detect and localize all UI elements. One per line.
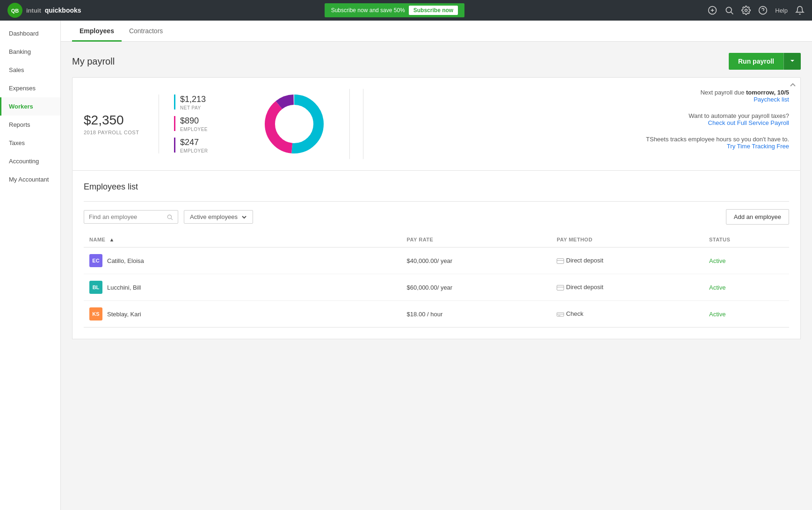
employee-status: Active [703, 301, 789, 328]
add-employee-button[interactable]: Add an employee [726, 209, 789, 225]
sidebar-item-workers[interactable]: Workers [0, 97, 60, 116]
avatar: KS [89, 307, 102, 321]
next-payroll-row: Next payroll due tomorrow, 10/5 Paycheck… [382, 89, 789, 103]
net-pay-bar [174, 95, 175, 109]
net-pay-amount: $1,213 [180, 95, 206, 104]
svg-point-7 [745, 9, 747, 12]
sidebar-item-expenses[interactable]: Expenses [0, 79, 60, 97]
notifications-icon[interactable] [795, 6, 805, 15]
add-icon[interactable] [708, 6, 717, 15]
employee-bar [174, 116, 175, 131]
col-header-name[interactable]: NAME ▲ [84, 232, 401, 248]
sidebar-item-reports[interactable]: Reports [0, 116, 60, 134]
employee-pay-rate: $40,000.00/ year [401, 248, 551, 274]
breakdown-employee: $890 EMPLOYEE [174, 116, 228, 132]
svg-line-6 [731, 12, 733, 15]
breakdown-net-pay: $1,213 NET PAY [174, 95, 228, 110]
paycheck-list-link[interactable]: Paycheck list [382, 96, 789, 103]
employees-list-section: Employees list Active employ [72, 171, 801, 339]
employee-name-cell: EC Catillo, Eloisa [84, 248, 401, 274]
donut-svg [261, 91, 327, 157]
employee-label: EMPLOYEE [180, 127, 208, 132]
logo[interactable]: QB intuit quickbooks [7, 3, 81, 18]
search-input[interactable] [89, 213, 164, 220]
tsheets-text: TSheets tracks employee hours so you don… [382, 136, 789, 143]
employee-name-cell: KS Steblay, Kari [84, 301, 401, 328]
employee-status: Active [703, 274, 789, 301]
logo-text: intuit [26, 7, 41, 14]
collapse-card-button[interactable] [789, 81, 797, 91]
employee-name: Steblay, Kari [107, 311, 141, 318]
payroll-card: $2,350 2018 PAYROLL COST $1,213 NET PAY [72, 77, 801, 171]
payroll-cost-label: 2018 PAYROLL COST [84, 130, 159, 135]
top-navigation: QB intuit quickbooks Subscribe now and s… [0, 0, 812, 21]
employer-amount: $247 [180, 138, 208, 147]
tab-bar: Employees Contractors [61, 21, 812, 42]
payroll-header: My payroll Run payroll [72, 53, 801, 70]
sidebar-item-dashboard[interactable]: Dashboard [0, 24, 60, 43]
table-row[interactable]: BL Lucchini, Bill $60,000.00/ yearDirect… [84, 274, 789, 301]
payroll-breakdown: $1,213 NET PAY $890 EMPLOYEE [159, 95, 243, 153]
employee-pay-rate: $60,000.00/ year [401, 274, 551, 301]
employee-pay-rate: $18.00 / hour [401, 301, 551, 328]
tab-employees[interactable]: Employees [72, 21, 122, 42]
search-icon[interactable] [725, 6, 734, 15]
next-due-text: Next payroll due tomorrow, 10/5 [382, 89, 789, 96]
payroll-cost-amount: $2,350 [84, 113, 159, 128]
sidebar-item-my-accountant[interactable]: My Accountant [0, 170, 60, 189]
topnav-right-icons: Help [708, 6, 805, 15]
direct-deposit-icon [557, 284, 564, 291]
section-divider [84, 201, 789, 202]
sidebar: Dashboard Banking Sales Expenses Workers… [0, 21, 61, 510]
payroll-cost-section: $2,350 2018 PAYROLL COST [84, 113, 159, 135]
help-text[interactable]: Help [775, 7, 788, 14]
automate-text: Want to automate your payroll taxes? [382, 112, 789, 119]
sidebar-item-accounting[interactable]: Accounting [0, 152, 60, 170]
full-service-payroll-link[interactable]: Check out Full Service Payroll [382, 119, 789, 126]
help-icon[interactable] [758, 6, 768, 15]
check-icon [557, 311, 564, 318]
employer-bar [174, 138, 175, 153]
run-payroll-button[interactable]: Run payroll [729, 53, 783, 70]
tsheets-row: TSheets tracks employee hours so you don… [382, 136, 789, 150]
vertical-divider [349, 89, 350, 159]
chevron-up-icon [789, 81, 797, 89]
tab-contractors[interactable]: Contractors [122, 21, 170, 42]
net-pay-label: NET PAY [180, 105, 206, 110]
svg-rect-16 [557, 258, 564, 263]
employee-pay-method: Check [551, 301, 703, 328]
search-icon [167, 214, 173, 220]
sidebar-item-banking[interactable]: Banking [0, 43, 60, 61]
main-content: Employees Contractors My payroll Run pay… [61, 21, 812, 510]
svg-point-14 [167, 215, 171, 219]
chevron-down-icon [241, 214, 247, 220]
col-header-status: STATUS [703, 232, 789, 248]
subscribe-banner-area: Subscribe now and save 50% Subscribe now [81, 3, 708, 17]
run-payroll-button-group: Run payroll [729, 53, 801, 70]
avatar: BL [89, 281, 102, 294]
subscribe-now-button[interactable]: Subscribe now [409, 6, 458, 15]
filter-dropdown[interactable]: Active employees [184, 210, 253, 224]
employees-table: NAME ▲ PAY RATE PAY METHOD [84, 232, 789, 328]
svg-line-15 [171, 218, 173, 219]
run-payroll-dropdown-button[interactable] [783, 53, 801, 70]
col-header-pay-method: PAY METHOD [551, 232, 703, 248]
svg-text:QB: QB [11, 8, 19, 14]
subscribe-text: Subscribe now and save 50% [331, 7, 405, 14]
toolbar-left: Active employees [84, 210, 253, 224]
time-tracking-link[interactable]: Try Time Tracking Free [382, 143, 789, 150]
sidebar-item-sales[interactable]: Sales [0, 61, 60, 79]
search-box [84, 210, 178, 224]
payroll-info-panel: Next payroll due tomorrow, 10/5 Paycheck… [363, 89, 789, 159]
employee-status: Active [703, 248, 789, 274]
page-content: My payroll Run payroll $2,350 2 [61, 42, 812, 350]
employee-pay-method: Direct deposit [551, 274, 703, 301]
settings-icon[interactable] [741, 6, 751, 15]
employees-toolbar: Active employees Add an employee [84, 209, 789, 225]
employer-label: EMPLOYER [180, 148, 208, 153]
employee-name: Catillo, Eloisa [107, 257, 144, 264]
chevron-down-icon [790, 58, 795, 64]
sidebar-item-taxes[interactable]: Taxes [0, 134, 60, 152]
table-row[interactable]: KS Steblay, Kari $18.00 / hourCheckActiv… [84, 301, 789, 328]
table-row[interactable]: EC Catillo, Eloisa $40,000.00/ yearDirec… [84, 248, 789, 274]
